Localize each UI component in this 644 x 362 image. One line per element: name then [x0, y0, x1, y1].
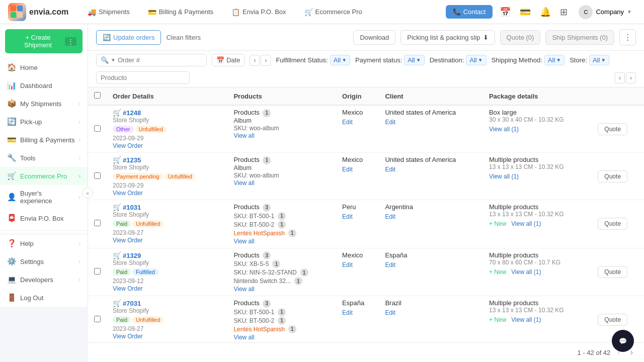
logo[interactable]: envia.com — [8, 3, 68, 21]
origin-edit-link[interactable]: Edit — [342, 309, 353, 316]
client-edit-link[interactable]: Edit — [385, 119, 395, 126]
order-search-input[interactable] — [118, 56, 202, 64]
packing-slip-button[interactable]: Picking list & packing slip ⬇ — [400, 30, 495, 45]
company-avatar: C — [579, 5, 593, 19]
order-number[interactable]: #7031 — [123, 300, 141, 307]
view-order-link[interactable]: View Order — [113, 190, 143, 197]
sidebar-collapse-button[interactable]: « — [82, 188, 93, 199]
quote-row-button[interactable]: Quote — [598, 123, 627, 135]
quote-row-button[interactable]: Quote — [598, 170, 627, 183]
sidebar: + Create Shipment ⋮ 🏠 Home 📊 Dashboard 📦… — [0, 24, 88, 307]
table-row: 🛒#1031 Store Shopify PaidUnfulfilled 202… — [88, 200, 644, 248]
sidebar-item-logout[interactable]: 🚪 Log Out — [0, 289, 88, 307]
next-date-button[interactable]: › — [261, 55, 271, 66]
order-number[interactable]: #1248 — [123, 109, 141, 117]
date-filter[interactable]: 📅 Date — [212, 54, 245, 66]
new-package-link[interactable]: + New — [489, 316, 506, 323]
filter-next-button[interactable]: › — [626, 72, 636, 83]
row-checkbox-3[interactable] — [94, 268, 101, 275]
company-menu[interactable]: C Company ▼ — [575, 3, 636, 21]
view-all-products-link[interactable]: View all — [233, 179, 254, 187]
grid-button[interactable]: ⊞ — [558, 5, 570, 20]
products-label: Products — [233, 109, 259, 116]
sidebar-item-home[interactable]: 🏠 Home — [0, 58, 88, 76]
view-order-link[interactable]: View Order — [113, 237, 143, 244]
sidebar-item-pickup[interactable]: 🔄 Pick-up › — [0, 113, 88, 131]
sidebar-item-billing[interactable]: 💳 Billing & Payments › — [0, 131, 88, 149]
create-shipment-button[interactable]: + Create Shipment ⋮ — [5, 29, 83, 53]
shipping-select[interactable]: All ▼ — [544, 55, 565, 65]
sidebar-item-developers[interactable]: 💻 Developers › — [0, 270, 88, 289]
client-edit-link[interactable]: Edit — [385, 309, 395, 316]
sku-text: SKU: BT-500-1 — [233, 309, 274, 316]
order-search-box[interactable]: 🔍 ▼ — [96, 54, 207, 66]
bell-button[interactable]: 🔔 — [538, 5, 553, 20]
origin-edit-link[interactable]: Edit — [342, 119, 353, 126]
svg-rect-0 — [11, 6, 16, 11]
payment-select[interactable]: All ▼ — [404, 55, 424, 65]
view-all-products-link[interactable]: View all — [233, 286, 254, 293]
view-all-packages-link[interactable]: View all (1) — [489, 173, 519, 180]
sidebar-item-tools[interactable]: 🔧 Tools › — [0, 149, 88, 167]
chevron-right-icon-5: › — [79, 173, 80, 179]
filter-prev-button[interactable]: ‹ — [615, 72, 625, 83]
view-order-link[interactable]: View Order — [113, 333, 143, 340]
view-all-packages-link[interactable]: View all (1) — [511, 316, 541, 323]
view-all-packages-link[interactable]: View all (1) — [489, 126, 519, 133]
view-all-packages-link[interactable]: View all (1) — [511, 220, 541, 227]
sidebar-item-ecommerce[interactable]: 🛒 Ecommerce Pro › — [0, 167, 88, 185]
clean-filters-link[interactable]: Clean filters — [166, 34, 201, 41]
nav-billing[interactable]: 💳 Billing & Payments — [144, 6, 217, 18]
client-edit-link[interactable]: Edit — [385, 166, 395, 173]
prev-date-button[interactable]: ‹ — [250, 55, 260, 66]
new-package-link[interactable]: + New — [489, 268, 506, 276]
more-options-button[interactable]: ⋮ — [619, 29, 636, 45]
order-number[interactable]: #1329 — [123, 252, 141, 259]
update-orders-button[interactable]: 🔄 Update orders — [96, 30, 161, 45]
product-search-input[interactable] — [96, 71, 190, 84]
quote-row-button[interactable]: Quote — [598, 314, 627, 326]
view-all-products-link[interactable]: View all — [233, 334, 254, 341]
client-edit-link[interactable]: Edit — [385, 261, 395, 268]
row-checkbox-2[interactable] — [94, 220, 101, 226]
new-package-link[interactable]: + New — [489, 220, 506, 227]
view-all-packages-link[interactable]: View all (1) — [511, 268, 541, 276]
quote-header-button[interactable]: Quote (0) — [500, 30, 541, 45]
view-order-link[interactable]: View Order — [113, 285, 143, 292]
chat-bubble[interactable]: 💬 — [612, 330, 634, 352]
nav-pobox[interactable]: 📋 Envia P.O. Box — [227, 6, 290, 18]
destination-select[interactable]: All ▼ — [466, 55, 486, 65]
view-all-products-link[interactable]: View all — [233, 132, 254, 139]
row-checkbox-1[interactable] — [94, 172, 101, 179]
nav-shipments[interactable]: 🚚 Shipments — [84, 6, 133, 18]
origin-edit-link[interactable]: Edit — [342, 166, 353, 173]
nav-ecommerce[interactable]: 🛒 Ecommerce Pro — [300, 6, 366, 18]
row-checkbox-0[interactable] — [94, 125, 101, 132]
sidebar-item-buyers[interactable]: 👤 Buyer's experience › — [0, 185, 88, 209]
fulfillment-select[interactable]: All ▼ — [330, 55, 350, 65]
select-all-checkbox[interactable] — [94, 92, 101, 99]
contact-button[interactable]: 📞 Contact — [446, 5, 493, 19]
origin-edit-link[interactable]: Edit — [342, 213, 353, 220]
store-select[interactable]: All ▼ — [589, 55, 609, 65]
origin-edit-link[interactable]: Edit — [342, 261, 353, 268]
view-all-products-link[interactable]: View all — [233, 238, 254, 245]
quote-row-button[interactable]: Quote — [598, 218, 627, 230]
credit-card-button[interactable]: 💳 — [518, 5, 533, 20]
download-button[interactable]: Download — [353, 30, 395, 45]
search-dropdown-icon[interactable]: ▼ — [111, 57, 116, 63]
order-number[interactable]: #1031 — [123, 204, 141, 211]
sidebar-item-my-shipments[interactable]: 📦 My Shipments › — [0, 95, 88, 113]
quote-row-button[interactable]: Quote — [598, 266, 627, 278]
destination-chevron: ▼ — [478, 57, 483, 63]
sidebar-item-dashboard[interactable]: 📊 Dashboard — [0, 76, 88, 95]
order-number[interactable]: #1235 — [123, 156, 141, 164]
client-edit-link[interactable]: Edit — [385, 213, 395, 220]
view-order-link[interactable]: View Order — [113, 142, 143, 149]
sidebar-item-help[interactable]: ❓ Help › — [0, 234, 88, 252]
sidebar-item-settings[interactable]: ⚙️ Settings › — [0, 252, 88, 270]
row-checkbox-4[interactable] — [94, 316, 101, 322]
calendar-button[interactable]: 📅 — [498, 5, 513, 20]
ship-shipments-button[interactable]: Ship Shipments (0) — [545, 30, 614, 45]
sidebar-item-pobox[interactable]: 📮 Envia P.O. Box — [0, 209, 88, 227]
